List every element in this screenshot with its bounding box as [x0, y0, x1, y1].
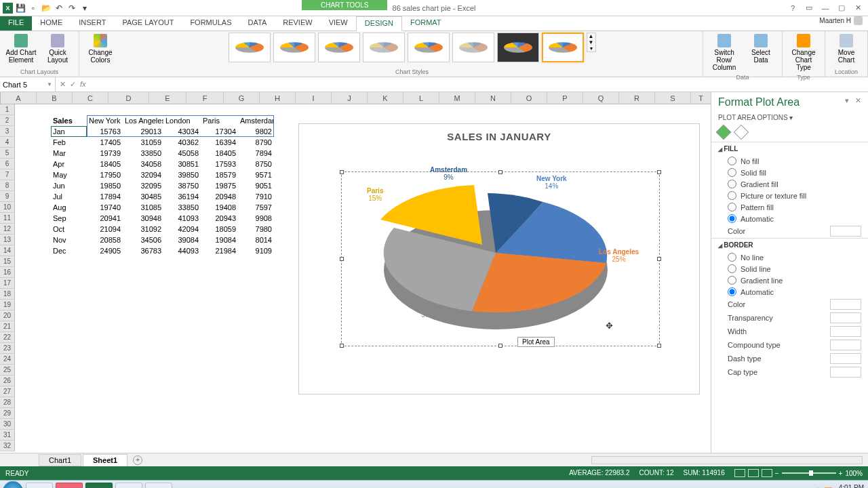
- cell-C4[interactable]: 17405: [87, 137, 123, 148]
- cell-C6[interactable]: 18405: [87, 159, 123, 169]
- cell-B2[interactable]: Sales: [51, 115, 87, 126]
- cell-B4[interactable]: Feb: [51, 137, 87, 148]
- row-header-29[interactable]: 29: [0, 408, 15, 419]
- cell-E8[interactable]: 38750: [163, 180, 201, 191]
- tab-data[interactable]: DATA: [240, 16, 275, 30]
- border-dash-control[interactable]: Dash type: [711, 352, 868, 365]
- undo-icon[interactable]: ↶: [54, 3, 64, 14]
- zoom-slider[interactable]: [782, 472, 836, 474]
- row-header-7[interactable]: 7: [0, 169, 15, 180]
- border-compound-control[interactable]: Compound type: [711, 338, 868, 352]
- row-header-30[interactable]: 30: [0, 419, 15, 430]
- cell-C11[interactable]: 20941: [87, 213, 123, 224]
- cell-C10[interactable]: 19740: [87, 202, 123, 213]
- sheet-tab-chart1[interactable]: Chart1: [39, 454, 81, 466]
- cell-B11[interactable]: Sep: [51, 213, 87, 224]
- fill-picture[interactable]: Picture or texture fill: [711, 190, 868, 201]
- row-header-17[interactable]: 17: [0, 278, 15, 289]
- column-header-T[interactable]: T: [691, 92, 711, 104]
- cell-D12[interactable]: 31092: [123, 224, 163, 235]
- cell-C12[interactable]: 21094: [87, 224, 123, 235]
- cell-D8[interactable]: 32095: [123, 180, 163, 191]
- cell-C7[interactable]: 17950: [87, 169, 123, 180]
- cell-G13[interactable]: 8014: [238, 235, 274, 245]
- change-chart-type-button[interactable]: Change Chart Type: [787, 33, 821, 73]
- column-header-R[interactable]: R: [619, 92, 655, 104]
- tab-format[interactable]: FORMAT: [402, 16, 450, 30]
- column-header-M[interactable]: M: [439, 92, 475, 104]
- taskbar-explorer[interactable]: [26, 483, 53, 489]
- cell-E9[interactable]: 36194: [163, 191, 201, 202]
- cell-B9[interactable]: Jul: [51, 191, 87, 202]
- start-button[interactable]: [3, 481, 23, 489]
- cell-F4[interactable]: 16394: [201, 137, 238, 148]
- row-header-8[interactable]: 8: [0, 180, 15, 191]
- row-header-2[interactable]: 2: [0, 115, 15, 126]
- cell-G5[interactable]: 7894: [238, 148, 274, 159]
- cell-B6[interactable]: Apr: [51, 159, 87, 169]
- sheet-tab-sheet1[interactable]: Sheet1: [83, 454, 127, 466]
- quick-layout-button[interactable]: Quick Layout: [41, 33, 75, 65]
- chart-title[interactable]: SALES IN JANUARY: [299, 131, 699, 142]
- taskbar-firefox[interactable]: [56, 483, 83, 489]
- column-header-C[interactable]: C: [73, 92, 108, 104]
- cell-G14[interactable]: 9109: [238, 245, 274, 256]
- row-header-24[interactable]: 24: [0, 354, 15, 365]
- select-data-button[interactable]: Select Data: [744, 33, 778, 65]
- help-icon[interactable]: ?: [785, 3, 800, 14]
- cell-G6[interactable]: 8750: [238, 159, 274, 169]
- cell-F11[interactable]: 20943: [201, 213, 238, 224]
- view-page-layout-button[interactable]: [748, 469, 759, 477]
- open-icon[interactable]: 📂: [41, 3, 52, 14]
- taskbar-app-2[interactable]: [145, 483, 172, 489]
- border-solid[interactable]: Solid line: [711, 263, 868, 274]
- cell-F5[interactable]: 18405: [201, 148, 238, 159]
- fill-section-header[interactable]: FILL: [711, 142, 868, 155]
- cell-E13[interactable]: 39084: [163, 235, 201, 245]
- cell-B10[interactable]: Aug: [51, 202, 87, 213]
- embedded-chart[interactable]: SALES IN JANUARY: [298, 123, 700, 394]
- name-box[interactable]: Chart 5 ▼: [0, 77, 56, 92]
- cell-C5[interactable]: 19739: [87, 148, 123, 159]
- tab-review[interactable]: REVIEW: [275, 16, 320, 30]
- row-header-26[interactable]: 26: [0, 375, 15, 386]
- taskbar-excel[interactable]: [85, 483, 113, 489]
- column-header-J[interactable]: J: [332, 92, 368, 104]
- cell-D5[interactable]: 33850: [123, 148, 163, 159]
- cell-E6[interactable]: 30851: [163, 159, 201, 169]
- cell-F8[interactable]: 19875: [201, 180, 238, 191]
- new-icon[interactable]: ▫: [28, 3, 39, 14]
- pane-close-icon[interactable]: ✕: [855, 96, 861, 104]
- view-page-break-button[interactable]: [762, 469, 772, 477]
- add-sheet-button[interactable]: +: [133, 455, 142, 465]
- view-normal-button[interactable]: [734, 469, 745, 477]
- column-header-D[interactable]: D: [108, 92, 149, 104]
- chart-style-1[interactable]: [229, 33, 271, 62]
- column-headers[interactable]: ABCDEFGHIJKLMNOPQRST: [1, 92, 711, 104]
- cell-G7[interactable]: 9571: [238, 169, 274, 180]
- cell-G11[interactable]: 9908: [238, 213, 274, 224]
- cell-D10[interactable]: 31085: [123, 202, 163, 213]
- tab-home[interactable]: HOME: [32, 16, 71, 30]
- column-header-N[interactable]: N: [475, 92, 511, 104]
- tab-formulas[interactable]: FORMULAS: [182, 16, 239, 30]
- row-header-3[interactable]: 3: [0, 126, 15, 137]
- border-no-line[interactable]: No line: [711, 251, 868, 263]
- tab-insert[interactable]: INSERT: [71, 16, 114, 30]
- fill-automatic[interactable]: Automatic: [711, 213, 868, 224]
- column-header-E[interactable]: E: [149, 92, 186, 104]
- column-header-Q[interactable]: Q: [583, 92, 619, 104]
- cell-G4[interactable]: 8790: [238, 137, 274, 148]
- row-header-1[interactable]: 1: [0, 104, 15, 115]
- redo-icon[interactable]: ↷: [66, 3, 77, 14]
- cell-B7[interactable]: May: [51, 169, 87, 180]
- tab-page-layout[interactable]: PAGE LAYOUT: [114, 16, 182, 30]
- minimize-button[interactable]: —: [818, 3, 833, 14]
- row-header-20[interactable]: 20: [0, 310, 15, 321]
- tab-file[interactable]: FILE: [0, 16, 32, 30]
- change-colors-button[interactable]: Change Colors: [83, 33, 117, 65]
- row-header-28[interactable]: 28: [0, 397, 15, 408]
- cell-E10[interactable]: 33850: [163, 202, 201, 213]
- cell-D14[interactable]: 36783: [123, 245, 163, 256]
- fx-icon[interactable]: fx: [80, 80, 86, 89]
